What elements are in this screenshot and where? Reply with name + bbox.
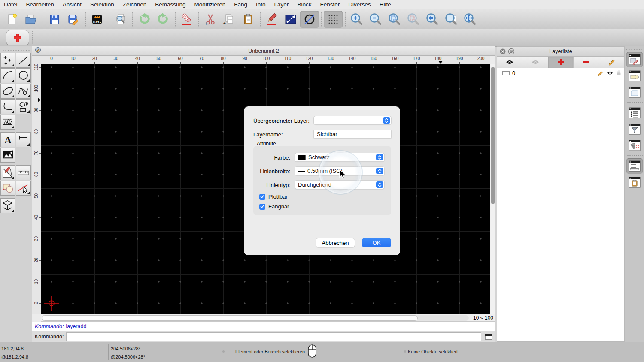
- add-layer-button[interactable]: [548, 57, 574, 68]
- cancel-button[interactable]: Abbrechen: [316, 238, 355, 247]
- menu-modifizieren[interactable]: Modifizieren: [190, 0, 230, 9]
- command-line-panel-toggle[interactable]: [626, 158, 643, 174]
- menu-layer[interactable]: Layer: [270, 0, 293, 9]
- layer-row[interactable]: 0: [497, 68, 624, 78]
- copy-button[interactable]: +: [220, 11, 239, 28]
- menu-ansicht[interactable]: Ansicht: [58, 0, 86, 9]
- property-editor-panel-toggle[interactable]: [626, 105, 643, 121]
- arc-tool-button[interactable]: [0, 68, 15, 83]
- palette-drag-handle[interactable]: [2, 48, 30, 51]
- zoom-selection-button[interactable]: [404, 11, 423, 28]
- layer-edit-pencil-icon[interactable]: [597, 70, 604, 76]
- toolbar-drag-handle[interactable]: [1, 31, 5, 44]
- polyline-tool-button[interactable]: [0, 99, 15, 114]
- shape-tool-button[interactable]: [16, 99, 31, 114]
- spline-tool-button[interactable]: [16, 84, 31, 99]
- hatch-tool-button[interactable]: [0, 115, 15, 130]
- plottable-checkbox[interactable]: [259, 194, 265, 200]
- measure-tool-button[interactable]: [16, 165, 31, 180]
- menu-info[interactable]: Info: [252, 0, 270, 9]
- grid-toggle-button[interactable]: [324, 11, 343, 28]
- menu-fenster[interactable]: Fenster: [316, 0, 344, 9]
- edit-layer-button[interactable]: [599, 57, 624, 68]
- menu-selektion[interactable]: Selektion: [86, 0, 118, 9]
- toolbar-separator: [83, 12, 87, 27]
- menu-hilfe[interactable]: Hilfe: [375, 0, 395, 9]
- snap-tool-button[interactable]: [16, 181, 31, 196]
- menu-bearbeiten[interactable]: Bearbeiten: [22, 0, 58, 9]
- block-list-panel-toggle[interactable]: [626, 68, 643, 84]
- zoom-in-button[interactable]: [347, 11, 366, 28]
- hide-all-layers-button[interactable]: [522, 57, 548, 68]
- color-label: Farbe:: [273, 154, 290, 161]
- toolbar-drag-handle[interactable]: [30, 31, 34, 44]
- flashlight-panel-toggle[interactable]: [626, 138, 643, 153]
- save-as-button[interactable]: [64, 11, 83, 28]
- measure-distance-button[interactable]: [281, 11, 300, 28]
- strip-separator: [626, 154, 643, 157]
- cut-button[interactable]: +: [201, 11, 220, 28]
- selection-filter-panel-toggle[interactable]: [626, 121, 643, 137]
- stepper-icon: [376, 181, 383, 188]
- pan-button[interactable]: [461, 11, 480, 28]
- image-tool-button[interactable]: [0, 148, 15, 163]
- draw-pencil-button[interactable]: [262, 11, 281, 28]
- layer-name-field[interactable]: Sichtbar: [313, 130, 392, 139]
- open-file-button[interactable]: [21, 11, 40, 28]
- menu-bemassung[interactable]: Bemassung: [151, 0, 190, 9]
- horizontal-scrollbar-track[interactable]: [42, 315, 469, 321]
- menu-fang[interactable]: Fang: [230, 0, 252, 9]
- command-popup-button[interactable]: [484, 333, 493, 341]
- layer-list-panel-toggle[interactable]: [626, 52, 643, 67]
- show-all-layers-button[interactable]: [497, 57, 522, 68]
- document-title-bar[interactable]: Unbenannt 2: [32, 46, 495, 56]
- erase-button[interactable]: [177, 11, 196, 28]
- strip-drag-handle[interactable]: [626, 48, 642, 51]
- ok-button[interactable]: OK: [362, 238, 391, 247]
- view-list-panel-toggle[interactable]: [626, 84, 643, 100]
- menu-diverses[interactable]: Diverses: [344, 0, 375, 9]
- svg-text:A: A: [4, 134, 12, 145]
- plottable-checkbox-row[interactable]: Plottbar: [259, 193, 288, 200]
- ellipse-tool-button[interactable]: [0, 84, 15, 99]
- panel-detach-button[interactable]: [508, 48, 514, 54]
- restrict-angle-button[interactable]: [300, 11, 319, 28]
- horizontal-scrollbar[interactable]: 10 < 100: [41, 314, 495, 322]
- previous-view-button[interactable]: [423, 11, 442, 28]
- vertical-scrollbar[interactable]: [490, 64, 495, 314]
- zoom-window-button[interactable]: [442, 11, 461, 28]
- menu-block[interactable]: Block: [293, 0, 316, 9]
- dimension-tool-button[interactable]: [16, 132, 31, 147]
- zoom-out-button[interactable]: [366, 11, 385, 28]
- menu-datei[interactable]: Datei: [0, 0, 22, 9]
- auto-zoom-button[interactable]: [385, 11, 404, 28]
- line-tool-button[interactable]: [16, 53, 31, 68]
- new-file-button[interactable]: [3, 11, 21, 28]
- vertical-scrollbar-thumb[interactable]: [491, 67, 495, 204]
- redo-button[interactable]: [154, 11, 173, 28]
- circle-tool-button[interactable]: [16, 68, 31, 83]
- undo-button[interactable]: [135, 11, 154, 28]
- crosshair-plus-button[interactable]: [6, 30, 29, 45]
- layer-lock-icon[interactable]: [616, 70, 622, 76]
- solid-tool-button[interactable]: [0, 198, 15, 213]
- app-document-icon: [35, 47, 41, 55]
- modify-tool-button[interactable]: [0, 181, 15, 196]
- text-tool-button[interactable]: A: [0, 132, 15, 147]
- point-tool-button[interactable]: [0, 53, 15, 68]
- print-preview-button[interactable]: [111, 11, 130, 28]
- paste-button[interactable]: [239, 11, 258, 28]
- save-button[interactable]: [45, 11, 64, 28]
- remove-layer-button[interactable]: [574, 57, 599, 68]
- svg-export-button[interactable]: SVG: [88, 11, 106, 28]
- panel-close-button[interactable]: [500, 48, 506, 54]
- clipboard-panel-toggle[interactable]: [626, 175, 643, 190]
- menu-zeichnen[interactable]: Zeichnen: [118, 0, 151, 9]
- snappable-checkbox[interactable]: [259, 204, 265, 210]
- parent-layer-dropdown[interactable]: [313, 116, 392, 125]
- command-input[interactable]: [66, 332, 481, 341]
- snappable-checkbox-row[interactable]: Fangbar: [259, 203, 289, 210]
- layer-visible-eye-icon[interactable]: [606, 70, 614, 75]
- draw-tools-tool-button[interactable]: [0, 165, 15, 180]
- horizontal-scrollbar-thumb[interactable]: [42, 315, 418, 321]
